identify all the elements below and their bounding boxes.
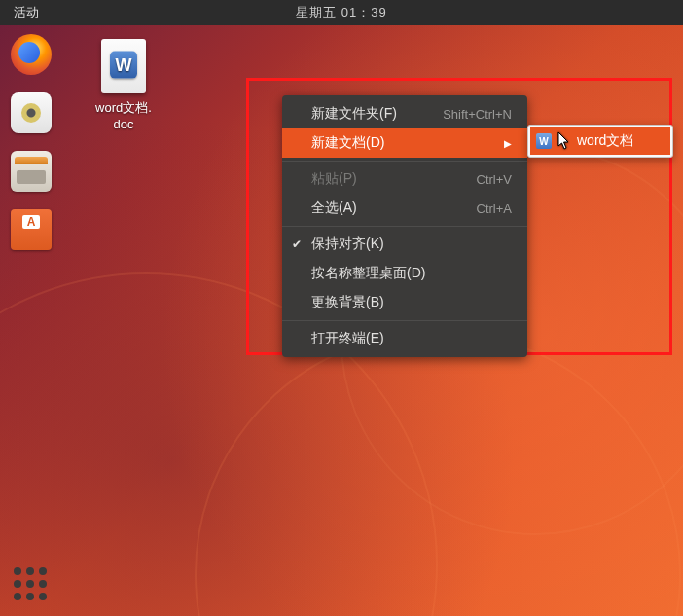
rhythmbox-launcher[interactable] bbox=[8, 90, 54, 136]
menu-item-shortcut: Ctrl+V bbox=[477, 172, 512, 187]
shopping-bag-icon bbox=[11, 209, 52, 250]
menu-item-label: 新建文件夹(F) bbox=[311, 105, 397, 123]
menu-item-label: 粘贴(P) bbox=[311, 170, 357, 188]
submenu-item-word-document[interactable]: W word文档 bbox=[530, 127, 670, 155]
launcher-dock bbox=[0, 25, 62, 616]
submenu-item-label: word文档 bbox=[577, 132, 633, 150]
menu-item-new-document[interactable]: 新建文档(D) ▶ bbox=[282, 128, 527, 158]
submenu-arrow-icon: ▶ bbox=[504, 138, 512, 149]
desktop-context-menu: 新建文件夹(F) Shift+Ctrl+N 新建文档(D) ▶ 粘贴(P) Ct… bbox=[282, 95, 527, 357]
menu-item-open-terminal[interactable]: 打开终端(E) bbox=[282, 324, 527, 353]
menu-item-change-background[interactable]: 更换背景(B) bbox=[282, 288, 527, 317]
menu-item-select-all[interactable]: 全选(A) Ctrl+A bbox=[282, 194, 527, 223]
menu-separator bbox=[282, 161, 527, 162]
mouse-cursor-icon bbox=[557, 131, 571, 151]
menu-item-paste: 粘贴(P) Ctrl+V bbox=[282, 164, 527, 194]
file-cabinet-icon bbox=[11, 151, 52, 192]
firefox-launcher[interactable] bbox=[8, 31, 54, 78]
files-launcher[interactable] bbox=[8, 148, 54, 195]
software-launcher[interactable] bbox=[8, 206, 54, 253]
menu-separator bbox=[282, 226, 527, 227]
menu-item-new-folder[interactable]: 新建文件夹(F) Shift+Ctrl+N bbox=[282, 99, 527, 128]
menu-item-keep-aligned[interactable]: ✔ 保持对齐(K) bbox=[282, 230, 527, 259]
activities-button[interactable]: 活动 bbox=[0, 4, 53, 21]
menu-item-label: 按名称整理桌面(D) bbox=[311, 265, 425, 282]
menu-separator bbox=[282, 320, 527, 321]
desktop-file-word-doc[interactable]: word文档. doc bbox=[80, 39, 167, 131]
menu-item-label: 全选(A) bbox=[311, 199, 357, 217]
new-document-submenu: W word文档 bbox=[527, 125, 673, 158]
menu-item-label: 打开终端(E) bbox=[311, 330, 384, 347]
clock[interactable]: 星期五 01：39 bbox=[296, 4, 387, 21]
word-document-icon: W bbox=[536, 133, 552, 149]
menu-item-shortcut: Shift+Ctrl+N bbox=[443, 107, 512, 122]
word-document-icon bbox=[101, 39, 146, 93]
menu-item-shortcut: Ctrl+A bbox=[477, 201, 512, 216]
desktop-file-label: word文档. doc bbox=[80, 99, 167, 131]
menu-item-label: 保持对齐(K) bbox=[311, 236, 384, 253]
menu-item-label: 更换背景(B) bbox=[311, 294, 384, 311]
top-bar: 活动 星期五 01：39 bbox=[0, 0, 683, 25]
menu-item-label: 新建文档(D) bbox=[311, 134, 384, 152]
desktop-background[interactable]: 活动 星期五 01：39 word文档. doc 新建文件夹(F) Shift+… bbox=[0, 0, 683, 616]
checkmark-icon: ✔ bbox=[292, 237, 302, 251]
firefox-icon bbox=[11, 34, 52, 75]
menu-item-organize-by-name[interactable]: 按名称整理桌面(D) bbox=[282, 259, 527, 288]
speaker-icon bbox=[11, 92, 52, 133]
